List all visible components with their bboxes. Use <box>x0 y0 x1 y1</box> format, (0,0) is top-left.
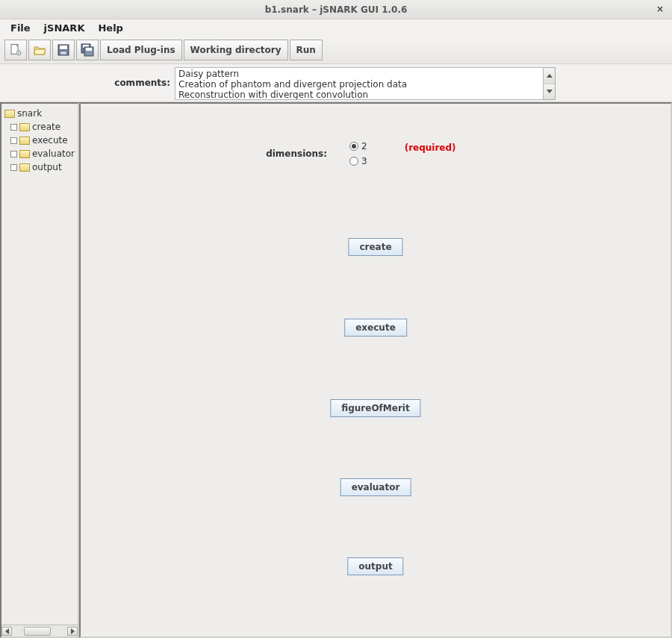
chevron-up-icon <box>547 74 553 78</box>
floppy-as-icon <box>81 43 94 57</box>
tree-label: output <box>32 162 62 172</box>
radio-icon <box>349 142 358 151</box>
chevron-left-icon <box>5 628 9 634</box>
tree-label: execute <box>32 135 68 146</box>
save-as-button[interactable] <box>76 40 99 60</box>
comments-spinner <box>544 67 556 100</box>
menubar: File jSNARK Help <box>0 19 672 36</box>
folder-icon <box>19 163 30 172</box>
evaluator-button[interactable]: evaluator <box>340 478 411 496</box>
expand-icon[interactable] <box>10 164 17 171</box>
menu-help[interactable]: Help <box>92 21 128 35</box>
svg-rect-8 <box>86 48 92 51</box>
radio-dim-2[interactable]: 2 <box>349 141 367 151</box>
menu-file[interactable]: File <box>4 21 37 35</box>
spinner-down-button[interactable] <box>544 84 555 100</box>
comments-line: Reconstruction with divergent convolutio… <box>178 90 540 100</box>
expand-icon[interactable] <box>10 151 17 157</box>
tree-label: evaluator <box>32 148 75 159</box>
figure-of-merit-button[interactable]: figureOfMerit <box>330 399 420 417</box>
radio-icon <box>349 157 358 166</box>
expand-icon[interactable] <box>10 137 17 144</box>
tree-panel: snark create execute evaluator <box>0 102 79 638</box>
open-file-button[interactable] <box>28 40 51 60</box>
comments-field[interactable]: Daisy pattern Creation of phantom and di… <box>175 67 544 100</box>
folder-icon <box>19 123 30 131</box>
tree-item-evaluator[interactable]: evaluator <box>4 147 75 160</box>
tree-item-create[interactable]: create <box>4 120 75 134</box>
tree[interactable]: snark create execute evaluator <box>1 104 78 625</box>
radio-label: 2 <box>361 141 367 151</box>
menu-jsnark[interactable]: jSNARK <box>38 21 91 35</box>
toolbar: Load Plug-ins Working directory Run <box>0 36 672 64</box>
folder-icon <box>4 110 15 118</box>
comments-line: Daisy pattern <box>178 69 540 79</box>
scroll-right-button[interactable] <box>67 627 78 636</box>
floppy-icon <box>57 43 70 57</box>
chevron-right-icon <box>71 628 75 634</box>
scrollbar-thumb[interactable] <box>24 627 51 636</box>
tree-item-output[interactable]: output <box>4 160 75 174</box>
save-button[interactable] <box>52 40 75 60</box>
horizontal-scrollbar[interactable] <box>1 625 78 637</box>
new-file-button[interactable] <box>4 40 27 60</box>
svg-rect-3 <box>60 46 67 49</box>
output-button[interactable]: output <box>347 557 403 575</box>
tree-item-execute[interactable]: execute <box>4 134 75 147</box>
chevron-down-icon <box>547 90 553 93</box>
scroll-left-button[interactable] <box>1 627 12 636</box>
main-area: snark create execute evaluator <box>0 101 672 638</box>
window-title: b1.snark – jSNARK GUI 1.0.6 <box>265 4 408 15</box>
close-icon[interactable]: × <box>654 3 666 15</box>
dimensions-label: dimensions: <box>81 148 327 159</box>
svg-rect-4 <box>60 51 66 54</box>
tree-label: create <box>32 122 60 132</box>
comments-row: comments: Daisy pattern Creation of phan… <box>0 64 672 101</box>
folder-icon <box>19 150 30 158</box>
dimensions-row: dimensions: 2 3 (required) <box>81 141 671 166</box>
tree-root[interactable]: snark <box>4 107 75 120</box>
open-folder-icon <box>33 43 46 57</box>
working-directory-button[interactable]: Working directory <box>184 40 288 60</box>
spinner-up-button[interactable] <box>544 68 555 84</box>
radio-label: 3 <box>361 156 367 166</box>
folder-icon <box>19 137 30 145</box>
expand-icon[interactable] <box>10 124 17 131</box>
radio-dim-3[interactable]: 3 <box>349 156 367 166</box>
load-plugins-button[interactable]: Load Plug-ins <box>100 40 182 60</box>
run-button[interactable]: Run <box>290 40 323 60</box>
content-panel: dimensions: 2 3 (required) create execut… <box>79 102 672 638</box>
required-label: (required) <box>390 141 456 153</box>
create-button[interactable]: create <box>348 238 402 256</box>
tree-label: snark <box>17 108 42 119</box>
dimensions-radio-group: 2 3 <box>349 141 367 166</box>
execute-button[interactable]: execute <box>344 319 407 337</box>
new-file-icon <box>9 43 22 57</box>
window-root: b1.snark – jSNARK GUI 1.0.6 × File jSNAR… <box>0 0 672 638</box>
comments-line: Creation of phantom and divergent projec… <box>178 79 540 90</box>
comments-field-wrap: Daisy pattern Creation of phantom and di… <box>175 67 556 100</box>
comments-label: comments: <box>0 67 170 88</box>
titlebar: b1.snark – jSNARK GUI 1.0.6 × <box>0 0 672 19</box>
